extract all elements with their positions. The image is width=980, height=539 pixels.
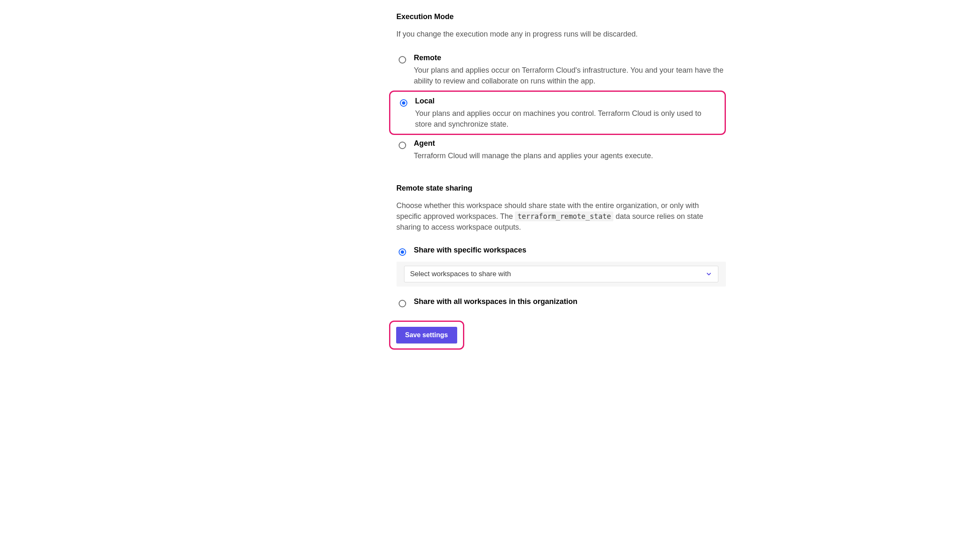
- radio-share-all[interactable]: [399, 300, 406, 307]
- radio-agent[interactable]: [399, 142, 406, 149]
- workspace-share-dropdown-placeholder: Select workspaces to share with: [410, 270, 511, 278]
- radio-share-all-label: Share with all workspaces in this organi…: [414, 297, 726, 306]
- share-specific-dropdown-panel: Select workspaces to share with: [397, 262, 726, 287]
- remote-state-heading: Remote state sharing: [397, 184, 726, 193]
- share-option-all[interactable]: Share with all workspaces in this organi…: [397, 294, 726, 311]
- execution-mode-option-remote[interactable]: Remote Your plans and applies occur on T…: [397, 49, 726, 91]
- execution-mode-option-agent[interactable]: Agent Terraform Cloud will manage the pl…: [397, 135, 726, 165]
- remote-state-code: terraform_remote_state: [515, 211, 613, 221]
- highlight-local-option: Local Your plans and applies occur on ma…: [389, 91, 726, 135]
- highlight-save-button: Save settings: [389, 321, 464, 350]
- save-settings-button[interactable]: Save settings: [396, 327, 457, 343]
- radio-local[interactable]: [400, 99, 407, 107]
- radio-remote[interactable]: [399, 56, 406, 64]
- remote-state-desc: Choose whether this workspace should sha…: [397, 200, 726, 233]
- radio-share-specific-label: Share with specific workspaces: [414, 246, 726, 255]
- execution-mode-heading: Execution Mode: [397, 12, 726, 21]
- radio-local-label: Local: [415, 97, 720, 105]
- radio-local-help: Your plans and applies occur on machines…: [415, 108, 720, 130]
- radio-remote-help: Your plans and applies occur on Terrafor…: [414, 65, 726, 86]
- execution-mode-option-local[interactable]: Local Your plans and applies occur on ma…: [393, 95, 720, 130]
- radio-agent-label: Agent: [414, 139, 726, 148]
- radio-remote-label: Remote: [414, 54, 726, 62]
- workspace-share-dropdown[interactable]: Select workspaces to share with: [404, 266, 718, 282]
- chevron-down-icon: [706, 271, 712, 277]
- share-option-specific[interactable]: Share with specific workspaces: [397, 243, 726, 259]
- execution-mode-desc: If you change the execution mode any in …: [397, 29, 726, 39]
- radio-agent-help: Terraform Cloud will manage the plans an…: [414, 150, 726, 161]
- radio-share-specific[interactable]: [399, 248, 406, 256]
